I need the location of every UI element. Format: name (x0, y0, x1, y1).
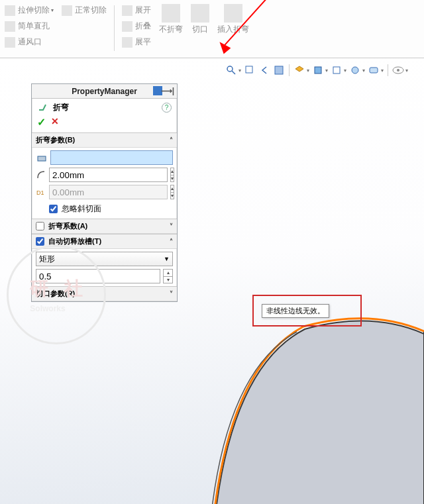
label: 展平 (135, 36, 151, 48)
ok-button[interactable]: ✓ (37, 116, 46, 128)
label: 展开 (135, 5, 151, 16)
chevron-down-icon: ˅ (170, 223, 173, 230)
offset-icon: D1 (36, 186, 46, 198)
zoom-area-icon[interactable] (244, 64, 256, 76)
normal-cut-button[interactable]: 正常切除 (58, 3, 110, 18)
bend-params-header[interactable]: 折弯参数(B)˄ (32, 133, 177, 148)
ignore-bevel-checkbox[interactable]: 忽略斜切面 (49, 202, 173, 216)
pin-icon[interactable]: ⟶| (161, 86, 174, 95)
offset-spinner[interactable]: ▴▾ (170, 185, 174, 199)
label: 忽略斜切面 (62, 203, 101, 215)
svg-rect-2 (246, 66, 252, 73)
svg-rect-7 (370, 68, 378, 73)
label: 折弯系数(A) (48, 221, 87, 231)
label: 正常切除 (75, 5, 107, 16)
label: 拉伸切除 (18, 5, 50, 16)
label: 切口 (192, 25, 208, 34)
auto-relief-checkbox[interactable]: 自动切释放槽(T) (36, 235, 101, 248)
bend-allowance-checkbox[interactable]: 折弯系数(A) (36, 220, 87, 232)
fold-button[interactable]: 折叠 (119, 19, 154, 34)
label: 通风口 (18, 36, 42, 48)
pm-title-bar: PropertyManager ⟶| (32, 84, 177, 99)
extruded-cut-button[interactable]: 拉伸切除 ▾ (1, 3, 57, 18)
relief-ratio-spinner[interactable]: ▴▾ (163, 269, 173, 283)
insert-bends-icon (224, 4, 242, 23)
label: 切口参数(R) (36, 289, 75, 299)
property-manager-panel: PropertyManager ⟶| 折弯 ? ✓ ✕ 折弯参数(B)˄ ▴▾ (31, 83, 178, 302)
pm-title-text: PropertyManager (72, 87, 137, 96)
cancel-button[interactable]: ✕ (51, 116, 59, 128)
display-style-icon[interactable] (312, 64, 324, 76)
svg-rect-10 (38, 156, 46, 161)
normal-cut-icon (62, 5, 72, 16)
chevron-up-icon: ˄ (170, 136, 173, 144)
label: 简单直孔 (18, 21, 50, 32)
svg-rect-5 (333, 67, 340, 74)
svg-text:D1: D1 (36, 189, 44, 196)
label: 折弯参数(B) (36, 135, 75, 145)
feature-name: 折弯 (53, 102, 69, 113)
prev-view-icon[interactable] (258, 64, 270, 76)
extruded-cut-icon (5, 5, 15, 16)
auto-relief-header[interactable]: 自动切释放槽(T) ˄ (32, 234, 177, 249)
svg-rect-3 (275, 66, 283, 74)
view-toolbar: ▾ ▾ ▾ ▾ ▾ ▾ ▾ (225, 64, 408, 76)
help-icon[interactable]: ? (162, 103, 172, 113)
scene-icon[interactable] (349, 64, 361, 76)
ribbon-toolbar: 拉伸切除 ▾ 简单直孔 通风口 正常切除 展开 折叠 展平 不折弯 切口 插入折… (0, 0, 424, 58)
bends-feature-icon (37, 101, 49, 113)
unfold-button[interactable]: 展开 (119, 3, 154, 18)
dropdown-arrow-icon: ▼ (164, 256, 170, 262)
label: 折叠 (135, 21, 151, 32)
insert-bends-button[interactable]: 插入折弯 (214, 3, 252, 35)
zoom-fit-icon[interactable] (225, 64, 237, 76)
simple-hole-button[interactable]: 简单直孔 (1, 19, 57, 34)
bend-allowance-header[interactable]: 折弯系数(A) ˅ (32, 219, 177, 234)
no-bends-icon (162, 4, 180, 23)
hide-show-icon[interactable] (331, 64, 343, 76)
label: 插入折弯 (217, 25, 249, 34)
section-view-icon[interactable] (273, 64, 285, 76)
flatten-button[interactable]: 展平 (119, 34, 154, 50)
appearance-icon[interactable] (368, 64, 380, 76)
bend-radius-input[interactable] (49, 168, 168, 182)
fold-icon (122, 21, 132, 32)
fixed-face-icon (36, 152, 48, 164)
hole-icon (5, 21, 15, 32)
svg-point-0 (227, 66, 233, 72)
radius-spinner[interactable]: ▴▾ (170, 168, 174, 182)
label: 矩形 (39, 254, 55, 265)
no-bends-button[interactable]: 不折弯 (156, 3, 186, 35)
relief-type-select[interactable]: 矩形▼ (36, 252, 173, 266)
corner-icon (191, 4, 209, 23)
corner-button[interactable]: 切口 (187, 3, 213, 35)
error-tooltip: 非线性边线无效。 (262, 304, 329, 318)
eye-icon[interactable] (392, 64, 404, 76)
rip-params-header[interactable]: 切口参数(R)˅ (32, 287, 177, 301)
chevron-down-icon: ˅ (170, 290, 173, 297)
vent-button[interactable]: 通风口 (1, 34, 57, 50)
radius-icon (36, 169, 46, 181)
svg-rect-4 (315, 67, 321, 74)
label: 自动切释放槽(T) (48, 236, 101, 246)
orientation-icon[interactable] (293, 64, 305, 76)
bend-offset-input (49, 185, 168, 199)
svg-line-1 (232, 71, 235, 74)
label: 不折弯 (159, 25, 183, 34)
unfold-icon (122, 5, 132, 16)
relief-ratio-input[interactable] (36, 269, 160, 283)
svg-point-6 (352, 67, 358, 74)
flatten-icon (122, 37, 132, 48)
fixed-face-selection[interactable] (50, 150, 173, 165)
svg-point-9 (397, 69, 399, 72)
chevron-up-icon: ˄ (170, 238, 173, 245)
vent-icon (5, 37, 15, 48)
